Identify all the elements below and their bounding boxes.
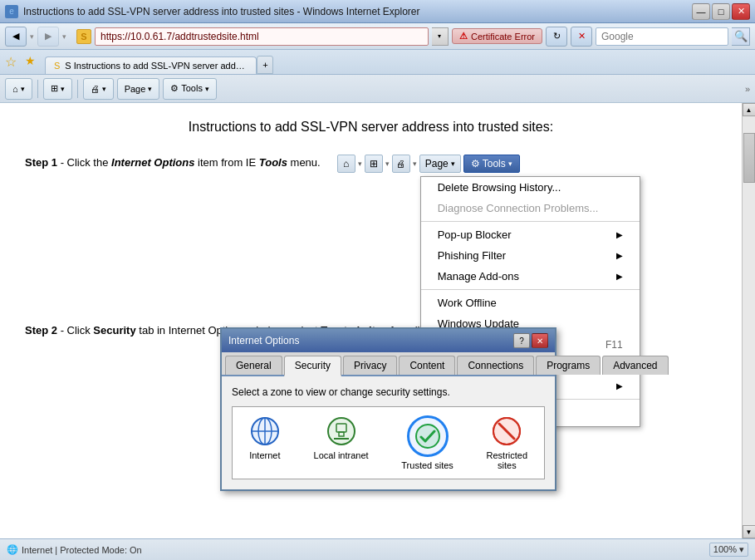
tools-button[interactable]: ⚙ Tools ▾ [163, 78, 217, 100]
zone-trusted-label: Trusted sites [401, 460, 453, 470]
mini-page-arrow: ▾ [451, 160, 455, 168]
zone-internet-label: Internet [249, 450, 280, 460]
menu-item-phishing-filter[interactable]: Phishing Filter ▶ [421, 245, 640, 266]
tab-security[interactable]: Security [284, 356, 341, 376]
feed-button[interactable]: ⊞ ▾ [43, 78, 72, 100]
content-area: Instructions to add SSL-VPN server addre… [0, 103, 742, 538]
window-controls: — □ ✕ [692, 3, 750, 20]
status-zoom: 100% ▾ [709, 543, 748, 557]
mini-tools-arrow: ▾ [508, 160, 512, 168]
scroll-track[interactable] [743, 116, 755, 525]
mini-tools-icon: ⚙ [471, 158, 480, 169]
print-button[interactable]: 🖨 ▾ [83, 78, 114, 100]
menu-item-popup-blocker[interactable]: Pop-up Blocker ▶ [421, 224, 640, 245]
tab-label: S Instructions to add SSL-VPN server add… [65, 61, 248, 71]
svg-point-4 [252, 418, 278, 445]
menu-item-manage-addons[interactable]: Manage Add-ons ▶ [421, 266, 640, 287]
tab-privacy[interactable]: Privacy [343, 356, 397, 375]
step1-bold2: Tools [259, 156, 287, 169]
trusted-sites-highlight [407, 415, 449, 457]
cert-error-badge[interactable]: ⚠ Certificate Error [452, 28, 542, 44]
refresh-button[interactable]: ↻ [546, 27, 567, 47]
io-close-button[interactable]: ✕ [532, 333, 548, 348]
mini-toolbar: ⌂ ▾ ⊞ ▾ 🖨 ▾ Page ▾ ⚙ Tools ▾ [337, 155, 717, 173]
toolbar-separator [37, 80, 38, 98]
search-button[interactable]: 🔍 [732, 27, 750, 46]
menu-item-label: Pop-up Blocker [438, 228, 512, 241]
minimize-button[interactable]: — [692, 3, 710, 20]
mini-page-label: Page [425, 158, 449, 169]
menu-shortcut: F11 [605, 339, 623, 351]
status-zone-text: Internet | Protected Mode: On [22, 545, 142, 555]
io-tabs: General Security Privacy Content Connect… [222, 352, 555, 376]
mini-feed-arrow[interactable]: ▾ [385, 160, 390, 168]
menu-item-delete-browsing[interactable]: Delete Browsing History... [421, 177, 640, 198]
main-toolbar: ⌂ ▾ ⊞ ▾ 🖨 ▾ Page ▾ ⚙ Tools ▾ » [0, 75, 755, 103]
mini-tools-btn[interactable]: ⚙ Tools ▾ [463, 155, 520, 173]
mini-home-btn[interactable]: ⌂ [337, 155, 355, 173]
add-favorite-button[interactable]: ★ [25, 54, 45, 74]
io-title-buttons: ? ✕ [513, 333, 548, 348]
mini-feed-btn[interactable]: ⊞ [365, 155, 383, 173]
menu-item-label: Diagnose Connection Problems... [438, 202, 599, 214]
tab-advanced[interactable]: Advanced [602, 356, 668, 375]
stop-button[interactable]: ✕ [571, 27, 592, 47]
mini-print-btn[interactable]: 🖨 [392, 155, 410, 173]
step1-description: Step 1 - Click the Internet Options item… [25, 155, 321, 171]
step1-label: Step 1 [25, 156, 57, 169]
browser-tab[interactable]: S S Instructions to add SSL-VPN server a… [45, 56, 257, 74]
scroll-thumb[interactable] [743, 133, 755, 183]
svg-point-9 [416, 425, 439, 448]
page-button[interactable]: Page ▾ [117, 78, 160, 100]
step1-text-block: Step 1 - Click the Internet Options item… [25, 155, 321, 173]
submenu-arrow: ▶ [616, 251, 623, 260]
zone-restricted-icon [491, 415, 522, 447]
io-body: Select a zone to view or change security… [222, 376, 555, 489]
mini-home-arrow[interactable]: ▾ [358, 160, 362, 168]
search-input[interactable] [596, 27, 728, 46]
maximize-button[interactable]: □ [712, 3, 730, 20]
zone-internet-icon [249, 415, 281, 447]
tab-connections[interactable]: Connections [457, 356, 534, 375]
favicon: S [76, 29, 91, 44]
menu-item-label: Phishing Filter [438, 249, 506, 262]
cert-error-label: Certificate Error [471, 32, 535, 42]
zoom-button[interactable]: 100% ▾ [709, 543, 748, 557]
zone-restricted-label: Restrictedsites [487, 450, 528, 470]
tabs-bar: ☆ ★ S S Instructions to add SSL-VPN serv… [0, 50, 755, 75]
submenu-arrow: ▶ [616, 230, 623, 239]
zone-internet[interactable]: Internet [249, 415, 281, 470]
status-bar: 🌐 Internet | Protected Mode: On 100% ▾ [0, 538, 755, 560]
io-zone-text: Select a zone to view or change security… [232, 386, 545, 398]
zone-local-icon [326, 415, 357, 447]
scroll-down-button[interactable]: ▼ [743, 525, 756, 538]
toolbar-separator-2 [77, 80, 78, 98]
home-button[interactable]: ⌂ ▾ [5, 78, 32, 100]
vertical-scrollbar[interactable]: ▲ ▼ [742, 103, 755, 538]
io-help-button[interactable]: ? [513, 333, 530, 348]
zoom-arrow: ▾ [739, 544, 744, 554]
step1-text1: - Click the [61, 156, 111, 169]
tab-content[interactable]: Content [399, 356, 455, 375]
close-button[interactable]: ✕ [732, 3, 750, 20]
mini-page-btn[interactable]: Page ▾ [419, 155, 461, 173]
menu-item-work-offline[interactable]: Work Offline [421, 292, 640, 313]
status-zone: 🌐 Internet | Protected Mode: On [7, 544, 142, 555]
zone-local-intranet[interactable]: Local intranet [314, 415, 369, 470]
menu-item-diagnose: Diagnose Connection Problems... [421, 198, 640, 219]
zone-restricted-sites[interactable]: Restrictedsites [487, 415, 528, 470]
url-dropdown-button[interactable]: ▾ [432, 27, 449, 46]
scroll-up-button[interactable]: ▲ [743, 103, 756, 116]
forward-button[interactable]: ▶ [37, 27, 59, 47]
back-button[interactable]: ◀ [5, 27, 27, 47]
address-input[interactable] [95, 27, 429, 46]
new-tab-button[interactable]: + [257, 56, 273, 74]
tab-general[interactable]: General [225, 356, 282, 375]
tab-programs[interactable]: Programs [536, 356, 601, 375]
app-icon: e [5, 5, 18, 18]
mini-print-arrow[interactable]: ▾ [413, 160, 417, 168]
io-zones: Internet Local intranet [232, 406, 545, 479]
favorites-star-button[interactable]: ☆ [5, 54, 25, 74]
step1-bold1: Internet Options [111, 156, 194, 169]
zone-trusted-sites[interactable]: Trusted sites [401, 415, 453, 470]
